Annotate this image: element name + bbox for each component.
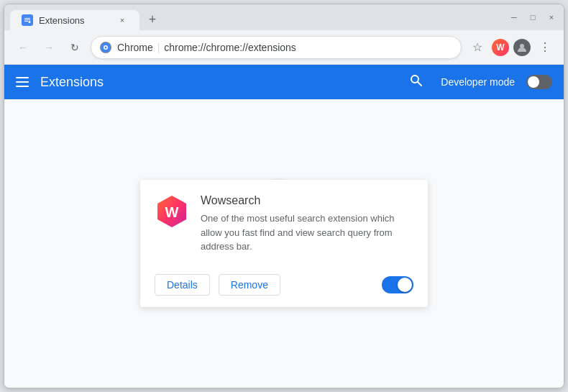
extensions-title: Extensions bbox=[40, 75, 398, 90]
minimize-button[interactable]: ─ bbox=[508, 11, 521, 24]
svg-point-0 bbox=[29, 21, 31, 23]
nav-right-icons: ☆ W ⋮ bbox=[467, 37, 555, 58]
profile-button[interactable] bbox=[513, 39, 531, 56]
extension-card: W Wowsearch One of the most useful searc… bbox=[140, 180, 428, 307]
toggle-knob bbox=[398, 278, 412, 292]
extension-info: Wowsearch One of the most useful search … bbox=[201, 194, 413, 254]
back-button[interactable]: ← bbox=[13, 37, 33, 58]
chrome-menu-button[interactable]: ⋮ bbox=[535, 37, 555, 58]
header-search-icon[interactable] bbox=[409, 73, 423, 91]
new-tab-button[interactable]: + bbox=[142, 9, 162, 29]
remove-button[interactable]: Remove bbox=[219, 274, 280, 296]
tab-icon bbox=[22, 14, 33, 26]
developer-mode-label: Developer mode bbox=[441, 76, 515, 88]
extension-name: Wowsearch bbox=[201, 194, 413, 207]
extension-card-footer: Details Remove bbox=[155, 265, 413, 296]
hamburger-menu-button[interactable] bbox=[16, 77, 29, 87]
tab-close-button[interactable]: × bbox=[116, 14, 128, 26]
forward-button[interactable]: → bbox=[39, 37, 59, 58]
wowsearch-avatar: W bbox=[492, 39, 509, 56]
extension-logo: W bbox=[155, 194, 189, 229]
content-area: RISK.COM W Wowsea bbox=[4, 99, 564, 388]
details-button[interactable]: Details bbox=[155, 274, 210, 296]
site-favicon bbox=[100, 42, 111, 53]
tab-title: Extensions bbox=[39, 15, 111, 26]
extensions-header: Extensions Developer mode bbox=[4, 65, 564, 99]
title-bar: Extensions × + ─ □ × bbox=[4, 4, 564, 30]
extension-description: One of the most useful search extension … bbox=[201, 211, 413, 254]
window-controls: ─ □ × bbox=[508, 11, 558, 24]
address-bar[interactable]: Chrome | chrome://chrome://extensions bbox=[91, 36, 462, 59]
extension-card-header: W Wowsearch One of the most useful searc… bbox=[155, 194, 413, 254]
svg-text:W: W bbox=[165, 204, 179, 220]
close-button[interactable]: × bbox=[545, 11, 558, 24]
navigation-bar: ← → ↻ Chrome | chrome://chrome://extensi… bbox=[4, 30, 564, 65]
svg-point-3 bbox=[105, 46, 107, 48]
svg-line-6 bbox=[418, 82, 421, 86]
maximize-button[interactable]: □ bbox=[526, 11, 539, 24]
bookmark-icon[interactable]: ☆ bbox=[467, 37, 487, 58]
tab-area: Extensions × + bbox=[10, 4, 502, 30]
developer-mode-toggle[interactable] bbox=[526, 75, 552, 89]
refresh-button[interactable]: ↻ bbox=[65, 37, 85, 58]
address-text: Chrome | chrome://chrome://extensions bbox=[117, 42, 296, 53]
extension-enable-toggle[interactable] bbox=[382, 276, 413, 293]
active-tab[interactable]: Extensions × bbox=[10, 10, 139, 30]
browser-window: Extensions × + ─ □ × ← → ↻ Chrome bbox=[4, 4, 564, 388]
